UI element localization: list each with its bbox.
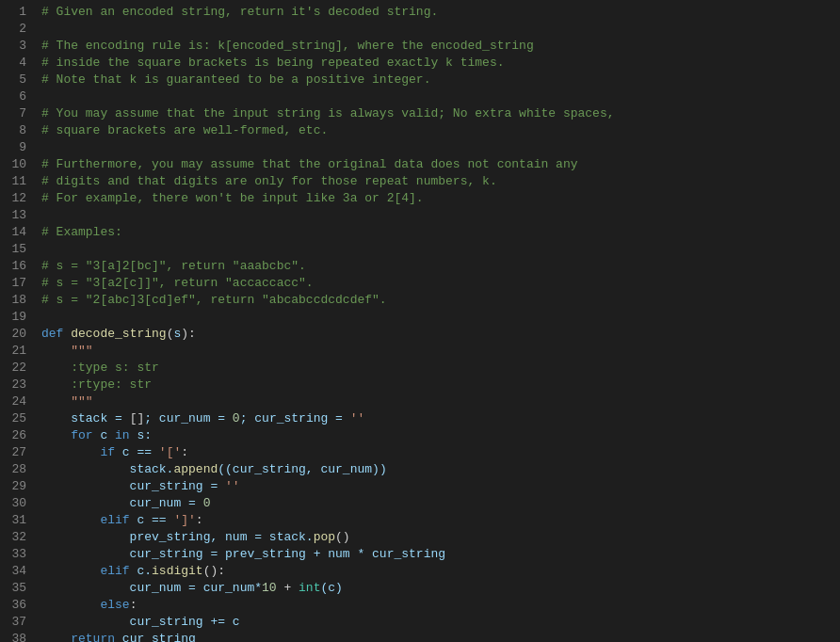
code-line: 8# square brackets are well-formed, etc. <box>0 122 840 139</box>
code-line: 5# Note that k is guaranteed to be a pos… <box>0 72 840 88</box>
line-number: 31 <box>0 512 41 529</box>
line-content: cur_string += c <box>41 614 840 631</box>
line-number: 8 <box>0 122 41 139</box>
line-number: 12 <box>0 190 41 207</box>
line-content: # digits and that digits are only for th… <box>41 173 840 190</box>
line-content: stack.append((cur_string, cur_num)) <box>41 461 840 478</box>
line-number: 3 <box>0 38 41 55</box>
line-number: 27 <box>0 444 41 461</box>
code-line: 33 cur_string = prev_string + num * cur_… <box>0 546 840 563</box>
line-number: 28 <box>0 461 41 478</box>
code-line: 31 elif c == ']': <box>0 512 840 529</box>
line-content: cur_string = prev_string + num * cur_str… <box>41 546 840 563</box>
line-number: 26 <box>0 427 41 444</box>
line-content: # Given an encoded string, return it's d… <box>41 4 840 21</box>
line-number: 30 <box>0 495 41 512</box>
line-number: 18 <box>0 292 41 309</box>
line-number: 16 <box>0 258 41 275</box>
line-content: # inside the square brackets is being re… <box>41 55 840 72</box>
line-content: # square brackets are well-formed, etc. <box>41 122 840 139</box>
code-line: 2 <box>0 21 840 38</box>
code-line: 15 <box>0 241 840 258</box>
line-number: 9 <box>0 139 41 156</box>
line-number: 22 <box>0 360 41 377</box>
line-content: :type s: str <box>41 360 840 377</box>
code-line: 26 for c in s: <box>0 427 840 444</box>
code-line: 30 cur_num = 0 <box>0 495 840 512</box>
line-content: """ <box>41 343 840 360</box>
code-line: 10# Furthermore, you may assume that the… <box>0 156 840 173</box>
line-content: cur_num = 0 <box>41 495 840 512</box>
line-content: elif c.isdigit(): <box>41 563 840 580</box>
line-content: # You may assume that the input string i… <box>41 105 840 122</box>
line-content: def decode_string(s): <box>41 326 840 343</box>
code-line: 23 :rtype: str <box>0 377 840 393</box>
line-content: # s = "2[abc]3[cd]ef", return "abcabccdc… <box>41 292 840 309</box>
line-number: 33 <box>0 546 41 563</box>
code-line: 35 cur_num = cur_num*10 + int(c) <box>0 580 840 597</box>
line-content: stack = []; cur_num = 0; cur_string = '' <box>41 410 840 427</box>
line-number: 5 <box>0 72 41 88</box>
code-line: 3# The encoding rule is: k[encoded_strin… <box>0 38 840 55</box>
line-content: cur_num = cur_num*10 + int(c) <box>41 580 840 597</box>
line-content: # s = "3[a]2[bc]", return "aaabcbc". <box>41 258 840 275</box>
code-line: 13 <box>0 207 840 224</box>
line-number: 24 <box>0 393 41 410</box>
code-line: 37 cur_string += c <box>0 614 840 631</box>
line-number: 37 <box>0 614 41 631</box>
line-number: 19 <box>0 309 41 326</box>
code-line: 9 <box>0 139 840 156</box>
line-number: 14 <box>0 224 41 241</box>
code-line: 22 :type s: str <box>0 360 840 377</box>
line-number: 20 <box>0 326 41 343</box>
line-number: 21 <box>0 343 41 360</box>
code-line: 32 prev_string, num = stack.pop() <box>0 529 840 546</box>
code-line: 14# Examples: <box>0 224 840 241</box>
line-number: 6 <box>0 88 41 105</box>
line-number: 35 <box>0 580 41 597</box>
line-content: # Note that k is guaranteed to be a posi… <box>41 72 840 88</box>
line-number: 15 <box>0 241 41 258</box>
line-number: 23 <box>0 377 41 393</box>
code-line: 11# digits and that digits are only for … <box>0 173 840 190</box>
line-content: cur_string = '' <box>41 478 840 495</box>
code-line: 12# For example, there won't be input li… <box>0 190 840 207</box>
code-line: 24 """ <box>0 393 840 410</box>
line-content: return cur_string <box>41 631 840 642</box>
code-line: 17# s = "3[a2[c]]", return "accaccacc". <box>0 275 840 292</box>
line-number: 2 <box>0 21 41 38</box>
line-content: elif c == ']': <box>41 512 840 529</box>
line-content: # For example, there won't be input like… <box>41 190 840 207</box>
code-line: 34 elif c.isdigit(): <box>0 563 840 580</box>
line-number: 13 <box>0 207 41 224</box>
code-line: 20def decode_string(s): <box>0 326 840 343</box>
code-line: 18# s = "2[abc]3[cd]ef", return "abcabcc… <box>0 292 840 309</box>
line-number: 11 <box>0 173 41 190</box>
code-line: 29 cur_string = '' <box>0 478 840 495</box>
line-content: # s = "3[a2[c]]", return "accaccacc". <box>41 275 840 292</box>
line-content: if c == '[': <box>41 444 840 461</box>
line-number: 17 <box>0 275 41 292</box>
line-number: 10 <box>0 156 41 173</box>
line-number: 25 <box>0 410 41 427</box>
line-number: 29 <box>0 478 41 495</box>
line-number: 4 <box>0 55 41 72</box>
line-content: for c in s: <box>41 427 840 444</box>
line-number: 7 <box>0 105 41 122</box>
line-number: 36 <box>0 597 41 614</box>
code-editor: 1# Given an encoded string, return it's … <box>0 0 840 642</box>
code-line: 27 if c == '[': <box>0 444 840 461</box>
code-line: 16# s = "3[a]2[bc]", return "aaabcbc". <box>0 258 840 275</box>
code-line: 36 else: <box>0 597 840 614</box>
code-line: 28 stack.append((cur_string, cur_num)) <box>0 461 840 478</box>
code-line: 1# Given an encoded string, return it's … <box>0 4 840 21</box>
code-line: 7# You may assume that the input string … <box>0 105 840 122</box>
code-line: 19 <box>0 309 840 326</box>
line-content: :rtype: str <box>41 377 840 393</box>
code-line: 6 <box>0 88 840 105</box>
line-content: else: <box>41 597 840 614</box>
code-line: 38 return cur_string <box>0 631 840 642</box>
line-content: """ <box>41 393 840 410</box>
line-number: 1 <box>0 4 41 21</box>
line-number: 34 <box>0 563 41 580</box>
